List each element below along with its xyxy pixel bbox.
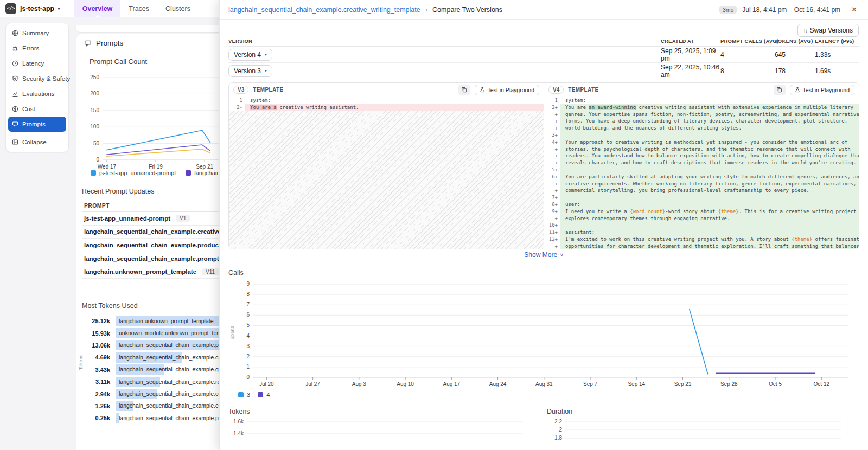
latency-p95: 1.33s — [815, 51, 859, 59]
sidebar-item-collapse[interactable]: Collapse — [8, 134, 66, 150]
tab-overview[interactable]: Overview — [74, 0, 121, 17]
sidebar-item-errors[interactable]: Errors — [8, 41, 66, 56]
diff-code-v3: 1system: 2-You are a creative writing as… — [229, 97, 544, 249]
compare-drawer: langchain_sequential_chain_example.creat… — [219, 0, 868, 450]
svg-text:2: 2 — [246, 353, 250, 359]
svg-text:Oct 12: Oct 12 — [814, 381, 830, 387]
tab-traces[interactable]: Traces — [120, 0, 157, 17]
show-more-button[interactable]: Show More ∨ — [524, 251, 563, 259]
svg-text:Sep 21: Sep 21 — [196, 164, 213, 170]
diff-line: 10+ — [544, 222, 859, 229]
test-in-playground-button[interactable]: Test in Playground — [790, 85, 854, 95]
svg-text:8: 8 — [246, 291, 250, 297]
diff-line: +stories, the psychological depth of cha… — [544, 146, 859, 153]
diff-line: 9+I need you to write a {word_count}-wor… — [544, 208, 859, 215]
sidebar-item-security-safety[interactable]: Security & Safety — [8, 71, 66, 86]
token-value: 15.93k — [82, 330, 110, 337]
calls-chart: 9876543210Jul 20Jul 27Aug 3Aug 10Aug 17A… — [228, 279, 852, 390]
shield-icon — [12, 75, 18, 82]
sidebar-item-prompts[interactable]: Prompts — [8, 117, 66, 132]
svg-text:Aug 31: Aug 31 — [535, 381, 553, 387]
legend-item[interactable]: 3 — [238, 391, 250, 398]
diff-line: 1system: — [229, 97, 544, 104]
sidebar-item-label: Latency — [22, 60, 44, 67]
col-prompt-calls: PROMPT CALLS (AVG) — [720, 38, 775, 44]
calls-chart-title: Calls — [228, 269, 244, 277]
version-select[interactable]: Version 4 ▾ — [228, 49, 272, 61]
swap-arrows-icon: ↑↓ — [803, 28, 807, 34]
diff-line: 8+user: — [544, 201, 859, 208]
version-badge: V3 — [233, 86, 248, 94]
svg-text:Fri 19: Fri 19 — [149, 164, 163, 170]
svg-text:Spans: Spans — [229, 326, 235, 340]
diff-line: +creative requirements. Whether working … — [544, 181, 859, 188]
copy-icon[interactable] — [458, 85, 470, 95]
svg-text:Aug 17: Aug 17 — [443, 381, 460, 387]
diff-line: 11+assistant: — [544, 229, 859, 236]
diff-panel-v4-header: V4 TEMPLATE Test in Playground — [544, 83, 859, 97]
version-select[interactable]: Version 3 ▾ — [228, 65, 272, 77]
sidebar-item-evaluations[interactable]: Evaluations — [8, 86, 66, 101]
diff-line: 7+ — [544, 194, 859, 201]
svg-text:Jul 27: Jul 27 — [305, 381, 320, 387]
diff-line: 5+ — [544, 166, 859, 173]
sidebar-divider — [9, 133, 65, 133]
sidebar-item-summary[interactable]: Summary — [8, 25, 66, 41]
sidebar-item-label: Evaluations — [22, 91, 54, 97]
diff-line: 6+You are particularly skilled at adapti… — [544, 173, 859, 181]
col-tokens: TOKENS (AVG) — [775, 38, 815, 44]
svg-text:Wed 17: Wed 17 — [98, 164, 117, 170]
divider — [570, 255, 859, 255]
sidebar-item-label: Collapse — [22, 139, 47, 145]
clock-icon — [12, 60, 18, 67]
diff-line: 4+Your approach to creative writing is m… — [544, 139, 859, 146]
diff-line: +opportunities for character development… — [544, 243, 859, 249]
duration-chart: 2.221.8 — [547, 415, 843, 450]
col-version: VERSION — [228, 38, 661, 44]
globe-icon — [12, 30, 18, 36]
svg-text:200: 200 — [90, 91, 99, 97]
time-range-text[interactable]: Jul 18, 4:41 pm – Oct 16, 4:41 pm — [742, 6, 840, 14]
sidebar-item-cost[interactable]: Cost — [8, 101, 66, 117]
close-icon[interactable]: ✕ — [849, 4, 859, 15]
diff-line: +readers. You understand how to balance … — [544, 152, 859, 159]
prompt-name: langchain_sequential_chain_example.promp… — [84, 255, 222, 262]
copy-icon[interactable] — [774, 85, 786, 95]
col-latency: LATENCY (P95) — [815, 38, 859, 44]
diff-line: +reveals character, and how to craft des… — [544, 159, 859, 166]
chevron-down-icon: ▾ — [265, 52, 267, 57]
diff-code-v4: 1system: 2+You are an award-winning crea… — [544, 97, 859, 249]
svg-text:Jul 20: Jul 20 — [259, 381, 274, 387]
legend-item[interactable]: 4 — [258, 391, 270, 398]
chevron-down-icon: ▾ — [58, 6, 60, 11]
token-bar-label: unknown_module.unknown_prompt_template — [119, 328, 234, 338]
svg-text:50: 50 — [93, 140, 100, 146]
sidebar-item-label: Summary — [22, 30, 49, 36]
prompt-call-count-title: Prompt Call Count — [90, 57, 147, 66]
token-value: 3.11k — [82, 378, 110, 385]
col-created-at: CREATED AT — [661, 38, 720, 44]
app-selector[interactable]: </> js-test-app ▾ — [5, 3, 60, 14]
main-tabs: Overview Traces Clusters — [74, 0, 199, 17]
prompts-panel-title: Prompts — [84, 39, 123, 47]
diff-panel-v3: V3 TEMPLATE Test in Playground 1system: … — [229, 83, 544, 249]
tab-clusters[interactable]: Clusters — [157, 0, 199, 17]
svg-text:Aug 10: Aug 10 — [397, 381, 414, 387]
version-badge: V1 — [176, 215, 190, 222]
svg-text:Sep 28: Sep 28 — [720, 381, 738, 387]
svg-text:Aug 3: Aug 3 — [352, 381, 367, 387]
version-table: VERSION CREATED AT PROMPT CALLS (AVG) TO… — [228, 35, 859, 79]
svg-text:100: 100 — [90, 124, 99, 130]
svg-text:2.2: 2.2 — [554, 419, 562, 425]
svg-text:4: 4 — [246, 333, 250, 339]
svg-text:0: 0 — [96, 157, 99, 163]
tokens-avg: 645 — [775, 51, 815, 59]
breadcrumb-prompt-link[interactable]: langchain_sequential_chain_example.creat… — [228, 6, 420, 14]
svg-text:Aug 24: Aug 24 — [489, 381, 507, 387]
collapse-icon — [12, 139, 18, 145]
prompt-calls-avg: 8 — [720, 67, 775, 75]
legend-item[interactable]: js-test-app_unnamed-prompt — [91, 170, 176, 176]
sidebar-item-latency[interactable]: Latency — [8, 56, 66, 71]
sidebar-item-label: Security & Safety — [22, 75, 70, 82]
test-in-playground-button[interactable]: Test in Playground — [475, 85, 539, 95]
